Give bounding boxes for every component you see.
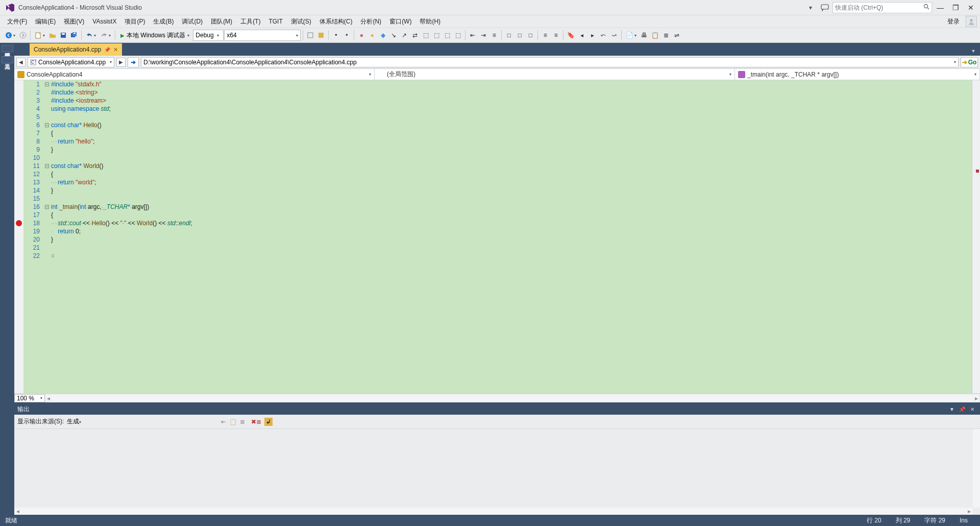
redo-button[interactable]: ▾ [99,30,113,41]
menu-item[interactable]: 团队(M) [207,16,236,28]
save-button[interactable] [58,30,68,41]
menu-item[interactable]: TGIT [264,16,286,27]
tb-icon[interactable]: ⬚ [442,30,452,41]
menu-item[interactable]: 生成(B) [149,16,178,28]
tb-icon[interactable] [305,30,315,41]
close-button[interactable]: ✕ [964,2,978,13]
tb-icon[interactable]: ● [367,30,377,41]
tb-icon[interactable]: ⬚ [453,30,463,41]
menu-item[interactable]: 工具(T) [236,16,264,28]
tb-icon[interactable]: ⇤ [468,30,478,41]
nav-fwd-icon[interactable]: ▶ [116,58,126,67]
tb-icon[interactable]: ↗ [399,30,409,41]
open-button[interactable] [47,30,58,41]
output-vscrollbar[interactable] [973,429,980,508]
tb-icon[interactable]: ⇌ [672,30,682,41]
output-panel-header[interactable]: 输出 ▼ 📌 ✕ [14,403,980,415]
tb-icon[interactable]: ⬚ [431,30,442,41]
zoom-combo[interactable]: 100 %▾ [14,394,45,402]
breakpoint-gutter[interactable] [14,80,23,393]
breakpoint-icon[interactable] [16,220,22,226]
menu-item[interactable]: VAssistX [88,16,120,27]
output-tb-icon[interactable]: ✖≣ [251,418,261,425]
goto-arrow-button[interactable]: ➔ [128,57,139,67]
menu-item[interactable]: 测试(S) [287,16,315,28]
panel-pin-icon[interactable]: 📌 [958,405,967,413]
menu-item[interactable]: 编辑(E) [31,16,60,28]
tb-icon[interactable]: • [331,30,341,41]
global-scope-combo[interactable]: (全局范围) ▾ [375,69,735,80]
tab-overflow-icon[interactable]: ▼ [969,46,978,56]
menu-item[interactable]: 调试(D) [178,16,207,28]
tb-icon[interactable]: 🖶 [639,30,649,41]
menu-item[interactable]: 分析(N) [356,16,385,28]
menu-item[interactable]: 体系结构(C) [315,16,357,28]
file-selector-combo[interactable]: c⁺ ConsoleApplication4.cpp ▾ [28,57,114,67]
menu-item[interactable]: 项目(P) [120,16,149,28]
start-debug-button[interactable]: ▶本地 Windows 调试器▾ [117,30,192,41]
sign-in-link[interactable]: 登录 [943,16,964,28]
tb-icon[interactable]: ◆ [378,30,388,41]
code-area[interactable]: #include·"stdafx.h"#include·<string>#inc… [50,80,972,393]
tb-icon[interactable]: 📋 [650,30,660,41]
save-all-button[interactable] [69,30,79,41]
avatar-icon[interactable] [966,16,977,27]
tb-icon[interactable] [316,30,326,41]
tb-icon[interactable]: ≡ [489,30,499,41]
server-explorer-tab[interactable]: 服务器资源管理器 [2,45,13,52]
toolbox-tab[interactable]: 工具箱 [2,56,13,63]
tb-icon[interactable]: □ [514,30,525,41]
close-tab-icon[interactable]: ✕ [113,46,118,53]
output-body[interactable]: ◂▸ [14,429,980,515]
project-scope-combo[interactable]: ConsoleApplication4 ▾ [14,69,375,80]
menu-item[interactable]: 帮助(H) [415,16,445,28]
tb-icon[interactable]: ⤺ [598,30,608,41]
pin-icon[interactable]: 📌 [104,47,110,53]
tb-icon[interactable]: ⇥ [478,30,488,41]
nav-back-button[interactable]: ▾ [3,30,17,41]
tb-icon[interactable]: ⤻ [609,30,619,41]
tb-icon[interactable]: 🔖 [566,30,576,41]
document-tab-active[interactable]: ConsoleApplication4.cpp 📌 ✕ [30,43,122,56]
platform-combo[interactable]: x64▾ [224,30,301,41]
tb-icon[interactable]: ● [356,30,366,41]
tb-icon[interactable]: ▸ [587,30,598,41]
tb-icon[interactable]: ⇄ [410,30,420,41]
config-combo[interactable]: Debug▾ [193,30,224,41]
tb-icon[interactable]: ◂ [577,30,587,41]
go-button[interactable]: ➔Go [961,57,978,67]
tb-icon[interactable]: ≣ [661,30,671,41]
member-scope-combo[interactable]: _tmain(int argc, _TCHAR * argv[]) ▾ [735,69,980,80]
nav-forward-button[interactable] [18,30,28,41]
tb-icon[interactable]: □ [525,30,535,41]
undo-button[interactable]: ▾ [84,30,98,41]
panel-close-icon[interactable]: ✕ [968,405,977,413]
fold-gutter[interactable]: ⊟⊟⊟⊟ [44,80,50,393]
output-tb-icon[interactable]: ≣ [240,418,245,425]
maximize-button[interactable]: ❐ [948,2,963,13]
minimize-button[interactable]: — [933,2,947,13]
tb-icon[interactable]: • [341,30,352,41]
panel-dropdown-icon[interactable]: ▼ [947,405,957,413]
output-source-combo[interactable]: 生成▾ [67,417,215,426]
tb-icon[interactable]: ↘ [388,30,399,41]
menu-item[interactable]: 窗口(W) [385,16,415,28]
feedback-icon[interactable] [818,2,831,13]
tb-icon[interactable]: □ [504,30,514,41]
output-tb-icon[interactable]: ⇤ [221,418,226,425]
tb-icon[interactable]: 📄▾ [624,30,639,41]
tb-icon[interactable]: ≡ [551,30,561,41]
code-editor[interactable]: 12345678910111213141516171819202122 ⊟⊟⊟⊟… [14,80,972,393]
tb-icon[interactable]: ⬚ [421,30,431,41]
menu-item[interactable]: 文件(F) [3,16,31,28]
file-path-box[interactable]: D:\working\ConsoleApplication4\ConsoleAp… [141,57,959,67]
quick-launch-input[interactable] [835,4,923,11]
output-tb-icon[interactable]: 📋 [229,418,237,425]
output-tb-icon[interactable]: ↲ [264,418,273,425]
editor-hscrollbar[interactable]: ◂▸ [46,395,979,402]
nav-back-icon[interactable]: ◀ [16,58,26,67]
new-item-button[interactable]: ▾ [33,30,47,41]
menu-item[interactable]: 视图(V) [60,16,88,28]
editor-vscrollbar[interactable] [972,80,980,393]
tb-icon[interactable]: ≡ [540,30,550,41]
